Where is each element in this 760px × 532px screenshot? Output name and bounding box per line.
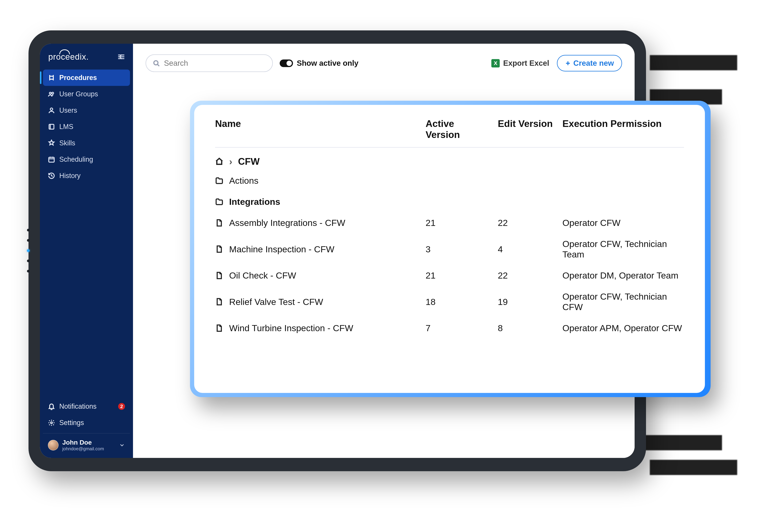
procedures-icon — [48, 74, 55, 81]
table-row[interactable]: Oil Check - CFW 21 22 Operator DM, Opera… — [215, 265, 684, 286]
row-edit: 22 — [498, 218, 555, 228]
toggle-active-only[interactable]: Show active only — [280, 59, 358, 68]
collapse-sidebar-icon[interactable] — [117, 52, 126, 61]
sidebar-item-label: Users — [59, 106, 77, 115]
svg-rect-6 — [49, 124, 54, 129]
folder-icon — [215, 176, 223, 185]
decorative-smear — [650, 460, 737, 475]
sidebar-item-procedures[interactable]: Procedures — [43, 70, 130, 86]
file-icon — [215, 245, 223, 253]
tablet-side-dots — [27, 229, 30, 272]
user-groups-icon — [48, 90, 55, 98]
svg-point-13 — [154, 61, 158, 65]
folder-row[interactable]: Integrations — [215, 191, 684, 212]
file-icon — [215, 219, 223, 227]
data-panel: Name Active Version Edit Version Executi… — [194, 105, 705, 393]
export-excel-button[interactable]: Export Excel — [491, 59, 549, 68]
col-name: Name — [215, 118, 418, 140]
svg-point-3 — [49, 92, 51, 94]
switch-icon — [280, 60, 293, 67]
lms-icon — [48, 123, 55, 130]
row-perm: Operator CFW, Technician CFW — [562, 291, 684, 312]
row-name: Machine Inspection - CFW — [229, 244, 334, 254]
notifications-badge: 2 — [118, 403, 125, 410]
svg-point-12 — [51, 422, 52, 424]
row-active: 7 — [426, 323, 490, 333]
brand-arc-icon — [59, 49, 70, 54]
create-new-button[interactable]: Create new — [557, 55, 622, 72]
chevron-right-icon: › — [229, 156, 232, 167]
sidebar-item-label: LMS — [59, 123, 73, 131]
user-name: John Doe — [62, 439, 104, 446]
gear-icon — [48, 419, 55, 426]
sidebar-item-label: History — [59, 172, 80, 180]
notifications-label: Notifications — [59, 403, 97, 411]
export-label: Export Excel — [503, 59, 549, 68]
skills-icon — [48, 139, 55, 147]
decorative-smear — [642, 435, 722, 450]
excel-icon — [491, 59, 500, 68]
bell-icon — [48, 403, 55, 410]
search-input[interactable] — [164, 59, 266, 68]
row-perm: Operator APM, Operator CFW — [562, 323, 684, 333]
sidebar-item-label: Procedures — [59, 74, 97, 82]
user-card[interactable]: John Doe johndoe@gmail.com — [43, 433, 130, 458]
sidebar-item-history[interactable]: History — [43, 168, 130, 184]
chevron-down-icon — [119, 442, 125, 448]
sidebar-item-settings[interactable]: Settings — [43, 414, 130, 431]
row-edit: 8 — [498, 323, 555, 333]
row-edit: 22 — [498, 270, 555, 281]
search-box[interactable] — [146, 54, 273, 72]
file-icon — [215, 324, 223, 332]
create-label: Create new — [573, 59, 614, 68]
user-email: johndoe@gmail.com — [62, 446, 104, 452]
svg-line-14 — [158, 64, 159, 66]
sidebar-item-user-groups[interactable]: User Groups — [43, 86, 130, 102]
data-panel-frame: Name Active Version Edit Version Executi… — [190, 101, 711, 397]
breadcrumb-current: CFW — [238, 156, 260, 167]
sidebar-item-label: User Groups — [59, 90, 98, 98]
history-icon — [48, 172, 55, 179]
row-name: Assembly Integrations - CFW — [229, 218, 345, 228]
table-row[interactable]: Wind Turbine Inspection - CFW 7 8 Operat… — [215, 317, 684, 339]
svg-point-5 — [50, 108, 53, 110]
settings-label: Settings — [59, 419, 84, 427]
row-edit: 4 — [498, 244, 555, 254]
folder-icon — [215, 198, 223, 206]
sidebar-item-notifications[interactable]: Notifications 2 — [43, 398, 130, 414]
toggle-label: Show active only — [297, 59, 358, 68]
col-perm: Execution Permission — [562, 118, 684, 140]
row-perm: Operator DM, Operator Team — [562, 270, 684, 281]
sidebar-item-skills[interactable]: Skills — [43, 135, 130, 151]
file-icon — [215, 271, 223, 280]
nav: Procedures User Groups Users LMS — [40, 68, 133, 396]
row-active: 21 — [426, 218, 490, 228]
search-icon — [153, 60, 160, 67]
row-perm: Operator CFW, Technician Team — [562, 239, 684, 260]
scheduling-icon — [48, 156, 55, 163]
folder-row[interactable]: Actions — [215, 170, 684, 191]
sidebar-item-users[interactable]: Users — [43, 102, 130, 119]
row-edit: 19 — [498, 297, 555, 307]
row-name: Relief Valve Test - CFW — [229, 297, 323, 307]
toolbar: Show active only Export Excel Create new — [146, 54, 622, 72]
plus-icon — [565, 61, 571, 66]
col-edit: Edit Version — [498, 118, 555, 140]
home-icon — [215, 157, 223, 166]
sidebar: proceedix. Procedures — [40, 44, 133, 458]
table-row[interactable]: Machine Inspection - CFW 3 4 Operator CF… — [215, 233, 684, 265]
table-row[interactable]: Relief Valve Test - CFW 18 19 Operator C… — [215, 286, 684, 317]
brand-logo[interactable]: proceedix. — [48, 52, 89, 62]
row-perm: Operator CFW — [562, 218, 684, 228]
file-icon — [215, 298, 223, 306]
svg-rect-8 — [49, 157, 54, 162]
sidebar-item-lms[interactable]: LMS — [43, 119, 130, 135]
breadcrumb[interactable]: › CFW — [215, 148, 684, 170]
row-name: Wind Turbine Inspection - CFW — [229, 323, 353, 333]
row-active: 3 — [426, 244, 490, 254]
table-row[interactable]: Assembly Integrations - CFW 21 22 Operat… — [215, 212, 684, 233]
sidebar-item-scheduling[interactable]: Scheduling — [43, 151, 130, 168]
folder-label: Integrations — [229, 196, 280, 207]
col-active: Active Version — [426, 118, 490, 140]
row-name: Oil Check - CFW — [229, 270, 296, 281]
